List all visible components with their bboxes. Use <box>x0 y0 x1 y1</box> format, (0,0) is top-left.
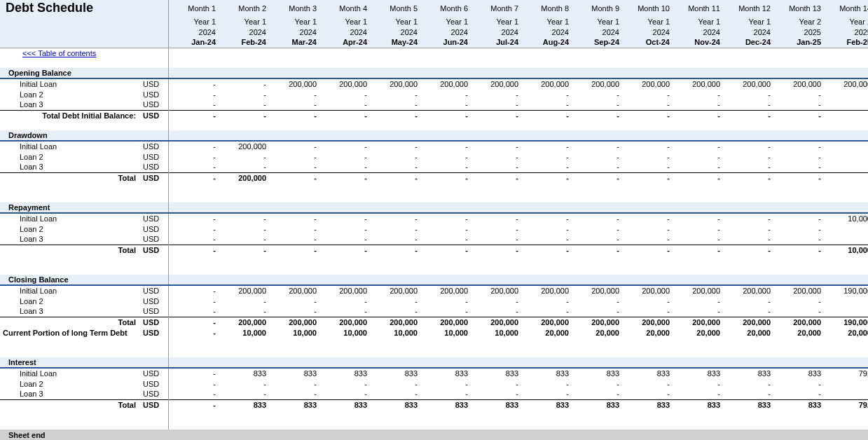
closing-extra-v7: 20,000 <box>521 327 572 338</box>
closing-r1-v2: - <box>269 296 319 306</box>
toc-link[interactable]: <<< Table of contents <box>0 48 140 58</box>
repayment-r2-v1: - <box>219 234 269 245</box>
closing-total-v1: 200,000 <box>219 317 269 327</box>
col-ynum-2: 2024 <box>269 27 319 37</box>
repayment-r1-v6: - <box>471 224 521 234</box>
opening-r1-v8: - <box>572 89 622 99</box>
closing-r1-v1: - <box>219 296 269 306</box>
drawdown-r2-v5: - <box>420 162 471 172</box>
interest-r0-label: Initial Loan <box>0 368 140 378</box>
opening-r0-v8: 200,000 <box>572 78 622 89</box>
opening-r2-v10: - <box>673 99 723 110</box>
interest-total-v10: 833 <box>673 399 723 410</box>
opening-r2-v13: - <box>824 99 868 110</box>
interest-r0-v4: 833 <box>370 368 420 378</box>
closing-r2-v12: - <box>773 306 824 317</box>
repayment-r1-v5: - <box>420 224 471 234</box>
repayment-r2-v11: - <box>723 234 773 245</box>
interest-r1-v9: - <box>622 378 673 389</box>
drawdown-r2-v7: - <box>521 162 572 172</box>
col-year-7: Year 1 <box>521 16 572 27</box>
col-year-12: Year 2 <box>773 16 824 27</box>
opening-total-v7: - <box>521 110 572 121</box>
closing-r0-unit: USD <box>140 285 168 296</box>
col-ynum-9: 2024 <box>622 27 673 37</box>
col-year-1: Year 1 <box>219 16 269 27</box>
interest-r0-unit: USD <box>140 368 168 378</box>
interest-r1-v6: - <box>471 378 521 389</box>
interest-total-v1: 833 <box>219 399 269 410</box>
interest-r2-v7: - <box>521 389 572 399</box>
closing-r2-v4: - <box>370 306 420 317</box>
closing-r1-v4: - <box>370 296 420 306</box>
interest-r1-v4: - <box>370 378 420 389</box>
section-interest: Interest <box>0 357 168 368</box>
drawdown-r2-v2: - <box>269 162 319 172</box>
closing-r2-v10: - <box>673 306 723 317</box>
col-ynum-13: 2025 <box>824 27 868 37</box>
repayment-r0-v6: - <box>471 213 521 224</box>
interest-total-v5: 833 <box>420 399 471 410</box>
closing-r1-v8: - <box>572 296 622 306</box>
interest-total-v2: 833 <box>269 399 319 410</box>
repayment-total-v2: - <box>269 245 319 255</box>
closing-extra-v3: 10,000 <box>319 327 370 338</box>
repayment-r2-v2: - <box>269 234 319 245</box>
repayment-total-v10: - <box>673 245 723 255</box>
closing-r0-v1: 200,000 <box>219 285 269 296</box>
page-title: Debt Schedule <box>0 0 140 16</box>
interest-r0-v5: 833 <box>420 368 471 378</box>
repayment-r0-v8: - <box>572 213 622 224</box>
repayment-r1-v1: - <box>219 224 269 234</box>
repayment-r2-v12: - <box>773 234 824 245</box>
closing-r1-v9: - <box>622 296 673 306</box>
col-ynum-8: 2024 <box>572 27 622 37</box>
closing-total-v9: 200,000 <box>622 317 673 327</box>
closing-extra-label: Current Portion of long Term Debt <box>0 327 140 338</box>
interest-r0-v1: 833 <box>219 368 269 378</box>
drawdown-r1-v7: - <box>521 151 572 162</box>
opening-r2-v7: - <box>521 99 572 110</box>
opening-r2-label: Loan 3 <box>0 99 140 110</box>
opening-r0-v3: 200,000 <box>319 78 370 89</box>
interest-r2-v1: - <box>219 389 269 399</box>
drawdown-r0-label: Initial Loan <box>0 141 140 151</box>
repayment-r1-v4: - <box>370 224 420 234</box>
interest-total-v13: 792 <box>824 399 868 410</box>
closing-r2-label: Loan 3 <box>0 306 140 317</box>
repayment-r2-v5: - <box>420 234 471 245</box>
interest-r0-v7: 833 <box>521 368 572 378</box>
closing-extra-v0: - <box>168 327 219 338</box>
repayment-r0-v2: - <box>269 213 319 224</box>
drawdown-r0-v13: - <box>824 141 868 151</box>
drawdown-total-v8: - <box>572 172 622 183</box>
col-ynum-12: 2025 <box>773 27 824 37</box>
interest-r2-v8: - <box>572 389 622 399</box>
closing-r1-v0: - <box>168 296 219 306</box>
drawdown-r0-v7: - <box>521 141 572 151</box>
opening-r1-label: Loan 2 <box>0 89 140 99</box>
col-month-6: Month 7 <box>471 0 521 16</box>
col-month-1: Month 2 <box>219 0 269 16</box>
opening-r1-v9: - <box>622 89 673 99</box>
closing-total-unit: USD <box>140 317 168 327</box>
interest-r2-v0: - <box>168 389 219 399</box>
closing-r0-v8: 200,000 <box>572 285 622 296</box>
repayment-r0-unit: USD <box>140 213 168 224</box>
repayment-total-label: Total <box>0 245 140 255</box>
opening-r2-v6: - <box>471 99 521 110</box>
col-ynum-6: 2024 <box>471 27 521 37</box>
col-ynum-1: 2024 <box>219 27 269 37</box>
col-short-0: Jan-24 <box>168 37 219 48</box>
opening-r1-v1: - <box>219 89 269 99</box>
closing-extra-v1: 10,000 <box>219 327 269 338</box>
debt-schedule-table: Debt ScheduleMonth 1Month 2Month 3Month … <box>0 0 868 440</box>
col-year-6: Year 1 <box>471 16 521 27</box>
col-short-5: Jun-24 <box>420 37 471 48</box>
toc-link-text[interactable]: <<< Table of contents <box>13 49 96 57</box>
interest-r0-v13: 792 <box>824 368 868 378</box>
drawdown-r1-unit: USD <box>140 151 168 162</box>
opening-total-v10: - <box>673 110 723 121</box>
closing-total-v4: 200,000 <box>370 317 420 327</box>
col-year-10: Year 1 <box>673 16 723 27</box>
